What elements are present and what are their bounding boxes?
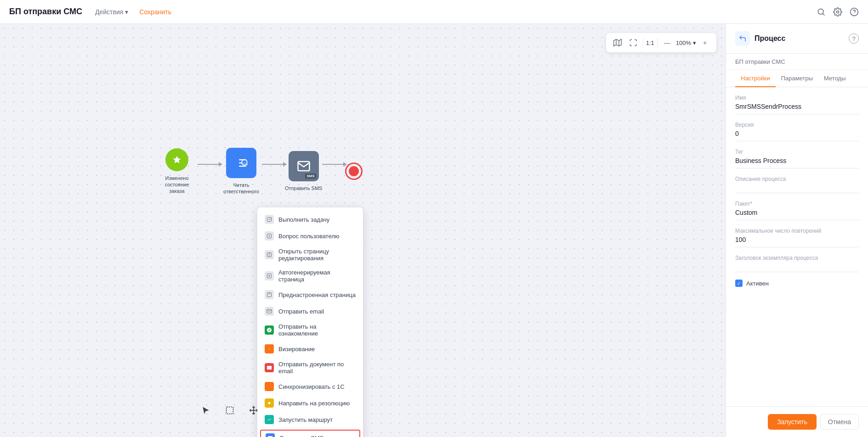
flow-node-sms[interactable]: SMS Отправить SMS: [285, 151, 322, 191]
menu-item-resolution-label: Направить на резолюцию: [278, 400, 350, 407]
field-instance-title: Заголовок экземпляра процесса: [735, 255, 859, 272]
tab-methods[interactable]: Методы: [818, 70, 851, 87]
menu-item-send-doc-email[interactable]: Отправить документ по email: [257, 357, 363, 378]
field-version-label: Версия: [735, 122, 859, 128]
field-tag-value: Business Process: [735, 157, 859, 168]
menu-item-visa[interactable]: Визирование: [257, 341, 363, 357]
header-actions: Действия ▾ Сохранить: [91, 6, 175, 17]
route-icon: [265, 415, 274, 424]
send-doc-email-icon: [265, 363, 274, 372]
end-node-icon: [345, 162, 363, 180]
menu-item-send-email-label: Отправить email: [278, 308, 324, 315]
connector-2: [262, 164, 285, 165]
menu-item-sync-1c[interactable]: Синхронизировать с 1С: [257, 378, 363, 395]
flow-node-read[interactable]: Читать ответственного: [221, 148, 262, 195]
svg-point-18: [269, 235, 270, 236]
menu-item-open-edit-label: Открыть страницу редактирования: [278, 248, 356, 262]
svg-rect-16: [267, 218, 272, 222]
select-tool-button[interactable]: [198, 402, 214, 419]
actions-dropdown-button[interactable]: Действия ▾: [91, 6, 132, 17]
panel-help-button[interactable]: ?: [849, 34, 859, 44]
field-package-label: Пакет*: [735, 201, 859, 207]
panel-subtitle: БП отправки СМС: [726, 54, 868, 70]
field-max-repeats-label: Максимальное число повторений: [735, 228, 859, 234]
panel-process-icon: [735, 31, 750, 46]
field-max-repeats: Максимальное число повторений 100: [735, 228, 859, 247]
zoom-level: 100% ▾: [676, 39, 696, 46]
auto-page-icon: [265, 271, 274, 280]
menu-item-user-question-label: Вопрос пользователю: [278, 233, 340, 240]
visa-icon: [265, 344, 274, 353]
menu-item-route[interactable]: Запустить маршрут: [257, 411, 363, 428]
tab-settings[interactable]: Настройки: [735, 70, 776, 87]
send-sms-icon: [266, 433, 275, 437]
menu-item-visa-label: Визирование: [278, 346, 315, 353]
svg-line-15: [246, 164, 247, 165]
menu-item-auto-page[interactable]: Автогенерируемая страница: [257, 265, 363, 286]
start-button[interactable]: Запустить: [768, 414, 817, 430]
menu-item-preset-page-label: Преднастроенная страница: [278, 291, 356, 298]
save-button[interactable]: Сохранить: [136, 6, 175, 17]
fit-view-button[interactable]: [626, 36, 640, 50]
frame-select-button[interactable]: [221, 402, 238, 419]
map-view-button[interactable]: [611, 36, 624, 50]
end-node-inner: [349, 166, 359, 176]
zoom-in-button[interactable]: +: [698, 36, 712, 50]
menu-item-task[interactable]: Выполнить задачу: [257, 211, 363, 228]
svg-point-23: [268, 402, 271, 404]
canvas-area[interactable]: 1:1 — 100% ▾ + Изменено состояниезаказа: [0, 24, 726, 437]
field-max-repeats-value: 100: [735, 236, 859, 247]
main-layout: 1:1 — 100% ▾ + Изменено состояниезаказа: [0, 24, 868, 437]
read-node-label: Читать ответственного: [221, 182, 262, 195]
field-description-value[interactable]: [735, 184, 859, 193]
read-node-icon: [226, 148, 256, 178]
svg-point-0: [818, 9, 823, 14]
menu-item-send-sms[interactable]: Отправить SMS: [260, 430, 360, 437]
preset-page-icon: [265, 290, 274, 299]
active-checkbox-wrapper[interactable]: ✓ Активен: [735, 280, 859, 287]
field-tag-label: Тег: [735, 149, 859, 155]
resolution-icon: [265, 398, 274, 408]
panel-title: Процесс: [755, 34, 785, 43]
menu-item-user-question[interactable]: Вопрос пользователю: [257, 228, 363, 244]
settings-icon[interactable]: [833, 7, 842, 17]
zoom-ratio-label: 1:1: [646, 39, 654, 46]
menu-item-task-label: Выполнить задачу: [278, 216, 329, 223]
field-instance-title-label: Заголовок экземпляра процесса: [735, 255, 859, 261]
toolbar-divider2: [657, 38, 658, 47]
menu-item-preset-page[interactable]: Преднастроенная страница: [257, 286, 363, 303]
svg-marker-7: [173, 156, 181, 163]
menu-item-send-email[interactable]: Отправить email: [257, 303, 363, 319]
active-checkbox[interactable]: ✓: [735, 280, 743, 287]
header-right: [817, 7, 859, 17]
field-package: Пакет* Custom: [735, 201, 859, 220]
field-instance-title-value[interactable]: [735, 263, 859, 272]
menu-item-open-edit[interactable]: Открыть страницу редактирования: [257, 244, 363, 265]
svg-rect-17: [267, 234, 272, 238]
svg-rect-24: [227, 407, 233, 414]
panel-action-buttons: Запустить Отмена: [726, 406, 868, 437]
flow-node-start[interactable]: Изменено состояниезаказа: [156, 148, 198, 195]
process-flow: Изменено состояниезаказа: [156, 148, 363, 195]
zoom-out-button[interactable]: —: [660, 36, 674, 50]
field-name: Имя SmrSMSSendrProcess: [735, 95, 859, 114]
page-title: БП отправки СМС: [9, 7, 82, 17]
svg-point-1: [837, 11, 839, 13]
panel-header-left: Процесс: [735, 31, 785, 46]
menu-item-sync-1c-label: Синхронизировать с 1С: [278, 383, 345, 390]
search-icon[interactable]: [817, 7, 826, 17]
sync-1c-icon: [265, 382, 274, 391]
menu-item-route-label: Запустить маршрут: [278, 416, 333, 423]
menu-item-send-review[interactable]: Отправить на ознакомление: [257, 319, 363, 341]
connector-3: [322, 164, 345, 165]
field-name-value: SmrSMSSendrProcess: [735, 103, 859, 114]
flow-node-end[interactable]: [345, 162, 363, 180]
menu-item-send-sms-label: Отправить SMS: [279, 435, 323, 437]
field-description: Описание процесса: [735, 176, 859, 193]
tab-params[interactable]: Параметры: [776, 70, 818, 87]
menu-item-resolution[interactable]: Направить на резолюцию: [257, 395, 363, 411]
help-icon[interactable]: [850, 7, 859, 17]
cancel-button[interactable]: Отмена: [820, 414, 859, 430]
field-version: Версия 0: [735, 122, 859, 141]
user-question-icon: [265, 231, 274, 241]
